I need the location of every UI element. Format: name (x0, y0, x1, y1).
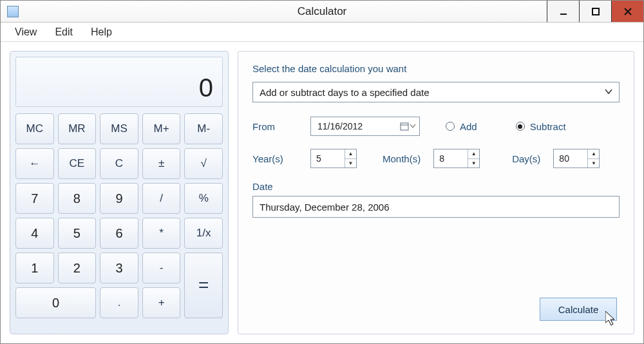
svg-rect-4 (401, 123, 408, 130)
menu-edit[interactable]: Edit (46, 24, 82, 41)
add-radio-label: Add (460, 121, 477, 132)
spin-up-icon[interactable]: ▲ (588, 149, 599, 159)
months-spinner[interactable]: 8 ▲ ▼ (433, 149, 480, 168)
key-decimal[interactable]: . (100, 287, 138, 318)
spin-up-icon[interactable]: ▲ (345, 149, 356, 159)
key-equals[interactable]: = (184, 253, 223, 318)
key-ms[interactable]: MS (100, 113, 138, 144)
title-bar: Calculator (1, 1, 643, 23)
spinner-arrows: ▲ ▼ (468, 149, 479, 167)
from-date-picker[interactable]: 11/16/2012 (310, 117, 420, 136)
key-8[interactable]: 8 (58, 183, 97, 214)
svg-rect-0 (560, 14, 567, 15)
key-mr[interactable]: MR (58, 113, 97, 144)
years-spinner[interactable]: 5 ▲ ▼ (310, 149, 357, 168)
days-spinner[interactable]: 80 ▲ ▼ (553, 149, 600, 168)
key-ce[interactable]: CE (58, 148, 97, 179)
spin-down-icon[interactable]: ▼ (468, 159, 479, 168)
offset-row: Year(s) 5 ▲ ▼ Month(s) 8 ▲ ▼ Day(s) 80 (252, 149, 620, 168)
calculator-panel: 0 MC MR MS M+ M- ← CE C ± √ 7 8 9 / % 4 … (10, 51, 229, 334)
from-date-value: 11/16/2012 (317, 121, 400, 131)
calculation-mode-value: Add or subtract days to a specified date (260, 87, 605, 98)
key-7[interactable]: 7 (15, 183, 54, 214)
menu-bar: View Edit Help (1, 23, 643, 42)
key-4[interactable]: 4 (15, 218, 54, 249)
key-reciprocal[interactable]: 1/x (184, 218, 223, 249)
days-value: 80 (554, 149, 587, 167)
date-calculation-panel: Select the date calculation you want Add… (238, 51, 634, 334)
years-value: 5 (311, 149, 345, 167)
client-area: 0 MC MR MS M+ M- ← CE C ± √ 7 8 9 / % 4 … (1, 42, 643, 343)
months-value: 8 (434, 149, 468, 167)
calculate-button-label: Calculate (558, 304, 599, 315)
key-c[interactable]: C (100, 148, 138, 179)
key-backspace[interactable]: ← (15, 148, 54, 179)
close-button[interactable] (611, 1, 643, 22)
key-2[interactable]: 2 (58, 253, 97, 283)
key-6[interactable]: 6 (100, 218, 138, 249)
key-add[interactable]: + (142, 287, 181, 318)
keypad: MC MR MS M+ M- ← CE C ± √ 7 8 9 / % 4 5 … (15, 113, 223, 329)
calendar-icon (400, 122, 415, 131)
days-label: Day(s) (512, 153, 540, 164)
calculation-mode-dropdown[interactable]: Add or subtract days to a specified date (252, 82, 620, 102)
instruction-label: Select the date calculation you want (252, 63, 620, 74)
spin-up-icon[interactable]: ▲ (468, 149, 479, 159)
key-1[interactable]: 1 (15, 253, 54, 283)
from-row: From 11/16/2012 Add Subtract (252, 117, 620, 136)
result-box: Thursday, December 28, 2006 (252, 196, 620, 218)
menu-help[interactable]: Help (82, 24, 121, 41)
key-3[interactable]: 3 (100, 253, 138, 283)
key-9[interactable]: 9 (100, 183, 138, 214)
key-5[interactable]: 5 (58, 218, 97, 249)
minimize-button[interactable] (547, 1, 579, 22)
maximize-button[interactable] (579, 1, 611, 22)
window-controls (547, 1, 643, 22)
calc-display: 0 (15, 57, 223, 107)
subtract-radio-label: Subtract (530, 121, 566, 132)
radio-checked-icon (516, 122, 525, 131)
key-sqrt[interactable]: √ (184, 148, 223, 179)
key-plusminus[interactable]: ± (142, 148, 181, 179)
result-value: Thursday, December 28, 2006 (260, 202, 390, 213)
spinner-arrows: ▲ ▼ (345, 149, 356, 167)
key-mc[interactable]: MC (15, 113, 54, 144)
spin-down-icon[interactable]: ▼ (588, 159, 599, 168)
menu-view[interactable]: View (6, 24, 46, 41)
subtract-radio[interactable]: Subtract (516, 121, 566, 132)
spinner-arrows: ▲ ▼ (587, 149, 599, 167)
app-icon (7, 6, 19, 17)
result-label: Date (252, 181, 620, 192)
key-0[interactable]: 0 (15, 287, 96, 318)
key-mminus[interactable]: M- (184, 113, 223, 144)
key-multiply[interactable]: * (142, 218, 181, 249)
chevron-down-icon (605, 87, 612, 97)
key-divide[interactable]: / (142, 183, 181, 214)
calculate-button[interactable]: Calculate (540, 298, 617, 321)
key-subtract[interactable]: - (142, 253, 181, 283)
add-radio[interactable]: Add (446, 121, 477, 132)
months-label: Month(s) (383, 153, 421, 164)
spin-down-icon[interactable]: ▼ (345, 159, 356, 168)
years-label: Year(s) (252, 153, 298, 164)
from-label: From (252, 121, 298, 132)
svg-rect-1 (592, 8, 599, 15)
key-percent[interactable]: % (184, 183, 223, 214)
key-mplus[interactable]: M+ (142, 113, 181, 144)
radio-unchecked-icon (446, 122, 455, 131)
